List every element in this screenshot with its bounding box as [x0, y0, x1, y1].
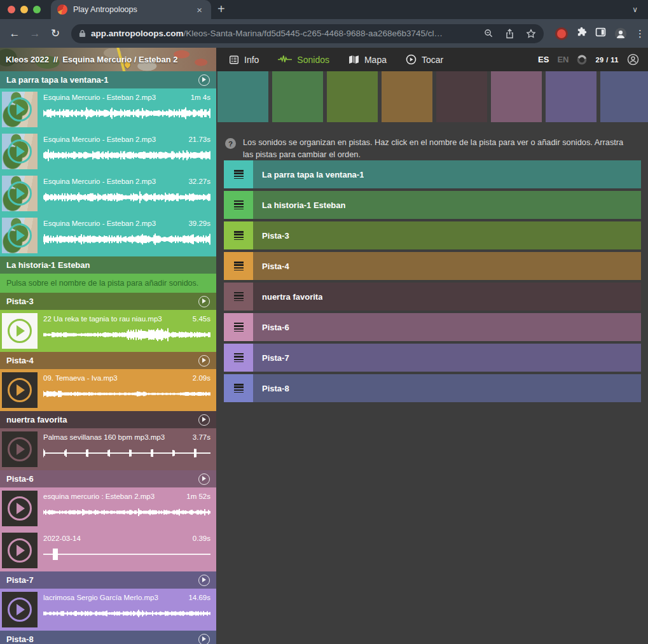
record-indicator-icon[interactable] — [555, 27, 568, 40]
track-play-icon[interactable] — [198, 473, 210, 485]
sonidos-icon — [278, 55, 292, 64]
nav-item-sonidos[interactable]: Sonidos — [278, 55, 329, 65]
audio-clip[interactable]: lacrimosa Sergio García Merlo.mp314.69s — [0, 589, 216, 630]
track-row[interactable]: Pista-6 — [224, 313, 641, 341]
audio-clip[interactable]: Esquina Mercurio - Esteban 2.mp321.73s — [0, 131, 216, 172]
track-play-icon[interactable] — [198, 355, 210, 367]
track-row-body[interactable]: La parra tapa la ventana-1 — [253, 160, 641, 188]
clip-info: Esquina Mercurio - Esteban 2.mp31m 4s — [41, 89, 216, 130]
tab-search-chevron-icon[interactable]: ∨ — [632, 5, 648, 19]
audio-clip[interactable]: Esquina Mercurio - Esteban 2.mp332.27s — [0, 173, 216, 214]
extensions-puzzle-icon[interactable] — [576, 27, 587, 40]
project-banner[interactable]: Kleos 2022//Esquina Mercurio / Esteban 2 — [0, 48, 216, 71]
waveform — [43, 188, 210, 207]
track-play-icon[interactable] — [198, 414, 210, 426]
audio-clip[interactable]: 2022-03-140.39s — [0, 530, 216, 571]
clip-play-button[interactable] — [8, 223, 32, 248]
track-row-body[interactable]: Pista-4 — [253, 252, 641, 280]
nav-item-info[interactable]: Info — [229, 55, 259, 65]
browser-menu-icon[interactable]: ⋮ — [635, 32, 639, 35]
track-row[interactable]: Pista-7 — [224, 344, 641, 372]
audio-clip[interactable]: 09. Temaeva - Iva.mp32.09s — [0, 370, 216, 410]
clip-thumbnail — [2, 92, 38, 127]
clip-title: Esquina Mercurio - Esteban 2.mp3 — [43, 94, 186, 101]
clip-play-button[interactable] — [8, 319, 32, 343]
reload-button[interactable]: ↻ — [47, 28, 64, 39]
share-icon[interactable] — [505, 29, 514, 39]
clip-play-button[interactable] — [8, 496, 32, 521]
track-section-header[interactable]: nuertra favorita — [0, 411, 216, 428]
clip-play-button[interactable] — [8, 181, 32, 206]
audio-clip[interactable]: esquina mercurio : Esteban 2.mp31m 52s — [0, 488, 216, 529]
track-section-header[interactable]: Pista-6 — [0, 470, 216, 487]
clip-duration: 1m 4s — [191, 94, 210, 101]
clip-play-button[interactable] — [8, 437, 32, 461]
track-row-body[interactable]: Pista-8 — [253, 374, 641, 402]
audio-clip[interactable]: Esquina Mercurio - Esteban 2.mp31m 4s — [0, 89, 216, 130]
lang-es-button[interactable]: ES — [538, 55, 549, 64]
track-play-icon[interactable] — [198, 296, 210, 307]
track-row-body[interactable]: Pista-3 — [253, 221, 641, 249]
track-row[interactable]: Pista-4 — [224, 252, 641, 280]
track-row[interactable]: La historia-1 Esteban — [224, 191, 641, 219]
drag-handle[interactable] — [224, 344, 253, 372]
side-panel-icon[interactable] — [595, 27, 606, 40]
clip-play-button[interactable] — [8, 97, 32, 122]
nav-item-tocar[interactable]: Tocar — [406, 54, 443, 65]
clip-play-button[interactable] — [8, 598, 32, 622]
track-row-body[interactable]: nuertra favorita — [253, 283, 641, 311]
drag-handle[interactable] — [224, 374, 253, 402]
maximize-window-button[interactable] — [33, 6, 41, 13]
close-window-button[interactable] — [8, 6, 15, 13]
minimize-window-button[interactable] — [20, 6, 28, 13]
track-play-icon[interactable] — [198, 575, 210, 586]
track-play-icon[interactable] — [198, 74, 210, 86]
clip-play-button[interactable] — [8, 538, 32, 563]
track-section-header[interactable]: La historia-1 Esteban — [0, 256, 216, 274]
audio-clip[interactable]: 22 Ua reka te tagnia to rau niau.mp35.45… — [0, 311, 216, 351]
track-color-swatch — [491, 71, 542, 122]
clip-thumbnail — [2, 134, 38, 169]
track-row-body[interactable]: La historia-1 Esteban — [253, 191, 641, 219]
sound-counter: 29 / 11 — [595, 56, 619, 64]
back-button[interactable]: ← — [6, 28, 23, 39]
clip-duration: 5.45s — [193, 315, 210, 323]
address-bar[interactable]: app.antropoloops.com/Kleos-Santa-Marina/… — [71, 24, 544, 43]
tab-close-icon[interactable]: × — [194, 4, 205, 16]
nav-item-mapa[interactable]: Mapa — [348, 55, 387, 65]
track-section-header[interactable]: Pista-8 — [0, 631, 216, 644]
drag-handle[interactable] — [224, 252, 253, 280]
track-row-body[interactable]: Pista-6 — [253, 313, 641, 341]
forward-button[interactable]: → — [27, 28, 43, 39]
clip-play-button[interactable] — [8, 139, 32, 164]
audio-clip[interactable]: Palmas sevillanas 160 bpm mp3.mp33.77s — [0, 429, 216, 470]
audio-clip[interactable]: Esquina Mercurio - Esteban 2.mp339.29s — [0, 215, 216, 256]
track-row[interactable]: Pista-8 — [224, 374, 641, 402]
drag-handle[interactable] — [224, 160, 253, 188]
drag-handle[interactable] — [224, 191, 253, 219]
track-section-header[interactable]: Pista-4 — [0, 352, 216, 369]
new-tab-button[interactable]: + — [211, 3, 233, 19]
zoom-out-icon[interactable] — [484, 29, 493, 38]
track-section-header[interactable]: Pista-7 — [0, 571, 216, 589]
drag-handle[interactable] — [224, 313, 253, 341]
clip-duration: 32.27s — [188, 178, 210, 185]
browser-tab[interactable]: Play Antropoloops × — [51, 0, 211, 19]
track-play-icon[interactable] — [198, 634, 210, 644]
track-clips: 09. Temaeva - Iva.mp32.09s — [0, 369, 216, 411]
lang-en-button[interactable]: EN — [557, 55, 569, 64]
track-row[interactable]: La parra tapa la ventana-1 — [224, 160, 641, 188]
lock-icon[interactable] — [79, 29, 86, 38]
account-icon[interactable] — [627, 53, 639, 66]
profile-avatar-icon[interactable] — [614, 27, 627, 40]
clip-play-button[interactable] — [8, 378, 32, 402]
bookmark-star-icon[interactable] — [526, 29, 536, 39]
track-row[interactable]: nuertra favorita — [224, 283, 641, 311]
track-row[interactable]: Pista-3 — [224, 221, 641, 249]
drag-handle[interactable] — [224, 221, 253, 249]
drag-handle[interactable] — [224, 283, 253, 311]
track-section-header[interactable]: La parra tapa la ventana-1 — [0, 71, 216, 88]
track-section-header[interactable]: Pista-3 — [0, 293, 216, 310]
clip-info: Palmas sevillanas 160 bpm mp3.mp33.77s — [41, 429, 216, 470]
track-row-body[interactable]: Pista-7 — [253, 344, 641, 372]
